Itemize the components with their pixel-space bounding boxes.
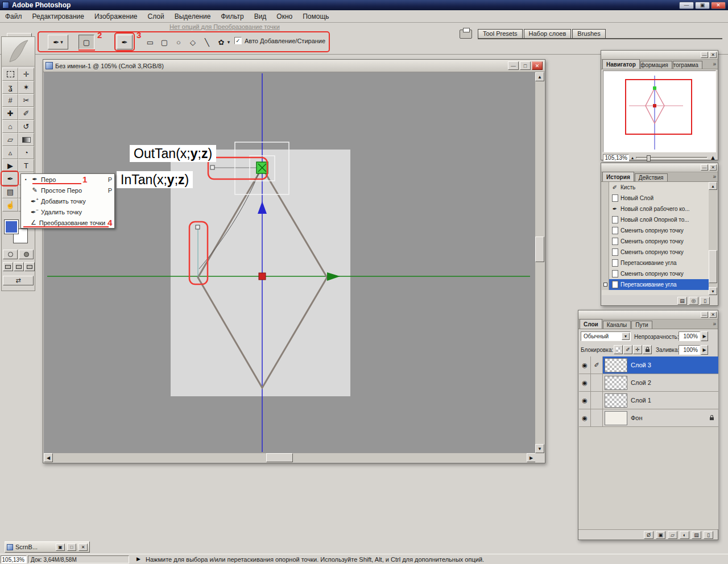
new-snapshot-button[interactable]: ◎ bbox=[689, 297, 698, 305]
tab-actions[interactable]: Действия bbox=[635, 173, 668, 181]
history-titlebar[interactable]: — ✕ bbox=[601, 163, 718, 172]
close-window-button[interactable]: ✕ bbox=[711, 2, 726, 9]
palette-menu-button[interactable]: » bbox=[713, 61, 716, 67]
toolbox-grip[interactable] bbox=[2, 37, 35, 67]
menu-filter[interactable]: Фильтр bbox=[216, 11, 249, 22]
palette-menu-button[interactable]: » bbox=[713, 321, 716, 327]
edit-in-imageready-button[interactable]: ⇄ bbox=[3, 276, 34, 285]
maximize-button[interactable]: □ bbox=[67, 544, 76, 551]
scroll-down-button[interactable]: ▼ bbox=[535, 444, 544, 453]
panel-close-button[interactable]: ✕ bbox=[709, 52, 717, 58]
horizontal-scroll-thumb[interactable] bbox=[266, 453, 293, 462]
magic-wand-tool[interactable]: ✶ bbox=[18, 81, 34, 94]
slice-tool[interactable]: ✂ bbox=[18, 94, 34, 107]
menu-help[interactable]: Помощь bbox=[297, 11, 334, 22]
standard-screen-button[interactable] bbox=[3, 262, 13, 271]
scroll-right-button[interactable]: ▶ bbox=[527, 453, 536, 462]
doc-horizontal-scrollbar[interactable]: ◀ ▶ bbox=[44, 453, 536, 462]
layer-row[interactable]: ◉ Слой 1 bbox=[579, 392, 718, 409]
minimized-document-window[interactable]: ScrnB... ▣ □ ✕ bbox=[5, 541, 90, 553]
document-titlebar[interactable]: Без имени-1 @ 105% (Слой 3,RGB/8) — □ ✕ bbox=[43, 60, 545, 72]
opacity-field[interactable]: 100% bbox=[679, 331, 700, 341]
scroll-left-button[interactable]: ◀ bbox=[44, 453, 53, 462]
history-scroll-thumb[interactable] bbox=[709, 250, 717, 283]
center-point[interactable] bbox=[259, 273, 266, 280]
lock-paint-button[interactable]: ✐ bbox=[623, 345, 632, 354]
history-state-row[interactable]: Новый слой Опорной то... bbox=[602, 214, 710, 225]
panel-close-button[interactable]: ✕ bbox=[709, 312, 717, 318]
doc-maximize-button[interactable]: □ bbox=[520, 61, 531, 70]
print-button[interactable] bbox=[460, 30, 472, 39]
history-brush-tool[interactable]: ↺ bbox=[18, 120, 34, 133]
lock-transparency-button[interactable] bbox=[614, 345, 623, 354]
lock-position-button[interactable]: ✛ bbox=[633, 345, 642, 354]
tab-layer-comps[interactable]: Набор слоев bbox=[524, 29, 572, 38]
doc-minimize-button[interactable]: — bbox=[508, 61, 519, 70]
tab-channels[interactable]: Каналы bbox=[603, 321, 631, 329]
history-state-row[interactable]: Перетаскивание угла bbox=[602, 258, 710, 268]
vertical-scroll-thumb[interactable] bbox=[535, 237, 544, 262]
fullscreen-button[interactable] bbox=[24, 262, 35, 271]
menu-item-add-anchor-point-tool[interactable]: ✒+ Добавить точку bbox=[21, 196, 114, 206]
tab-tool-presets[interactable]: Tool Presets bbox=[478, 29, 523, 38]
opacity-slider-arrow[interactable]: ▶ bbox=[701, 331, 708, 341]
menu-image[interactable]: Изображение bbox=[89, 11, 143, 22]
rectangular-marquee-tool[interactable] bbox=[2, 68, 18, 81]
menu-select[interactable]: Выделение bbox=[169, 11, 216, 22]
panel-close-button[interactable]: ✕ bbox=[709, 164, 717, 171]
history-state-row[interactable]: Новый Слой bbox=[602, 193, 710, 204]
panel-minimize-button[interactable]: — bbox=[701, 52, 708, 58]
healing-brush-tool[interactable]: ✚ bbox=[2, 107, 18, 120]
close-button[interactable]: ✕ bbox=[78, 544, 88, 551]
tab-layers[interactable]: Слои bbox=[580, 319, 602, 329]
menu-window[interactable]: Окно bbox=[271, 11, 297, 22]
history-source-cell[interactable] bbox=[602, 268, 609, 279]
delete-layer-button[interactable]: ▯ bbox=[704, 531, 713, 539]
gradient-tool[interactable] bbox=[18, 133, 34, 146]
dodge-tool[interactable]: ◔ bbox=[18, 146, 34, 159]
history-source-cell[interactable] bbox=[602, 182, 609, 193]
tab-histogram[interactable]: Гистограмма bbox=[673, 61, 702, 69]
visibility-toggle[interactable]: ◉ bbox=[579, 374, 591, 391]
link-cell[interactable] bbox=[591, 392, 603, 409]
blend-mode-select[interactable]: Обычный ▾ bbox=[581, 331, 631, 341]
zoom-in-icon[interactable]: ▲ bbox=[710, 154, 716, 161]
history-state-row[interactable]: Сменить опорную точку bbox=[602, 247, 710, 258]
menu-edit[interactable]: Редактирование bbox=[27, 11, 89, 22]
new-document-from-state-button[interactable]: ▤ bbox=[677, 297, 687, 305]
navigator-zoom-field[interactable]: 105,13% bbox=[603, 154, 629, 161]
zoom-out-icon[interactable]: ▴ bbox=[631, 155, 634, 160]
menu-item-delete-anchor-point-tool[interactable]: ✒− Удалить точку bbox=[21, 206, 114, 217]
tab-navigator[interactable]: Навигатор bbox=[602, 59, 640, 69]
lasso-tool[interactable]: ʓ bbox=[2, 81, 18, 94]
fullscreen-menubar-button[interactable] bbox=[14, 262, 24, 271]
new-layer-button[interactable]: ▤ bbox=[692, 531, 701, 539]
quick-mask-mode-button[interactable] bbox=[19, 250, 34, 259]
visibility-toggle[interactable]: ◉ bbox=[579, 409, 591, 426]
menu-item-freeform-pen-tool[interactable]: ✎ Простое Перо P bbox=[21, 185, 114, 196]
menu-layer[interactable]: Слой bbox=[143, 11, 169, 22]
history-scrollbar[interactable]: ▲ ▼ bbox=[709, 182, 717, 295]
scroll-up-button[interactable]: ▲ bbox=[535, 72, 544, 81]
visibility-toggle[interactable]: ◉ bbox=[579, 356, 591, 374]
zoom-slider-thumb[interactable] bbox=[647, 155, 651, 161]
doc-vertical-scrollbar[interactable]: ▲ ▼ bbox=[535, 72, 544, 453]
history-state-row[interactable]: Сменить опорную точку bbox=[602, 236, 710, 247]
layer-thumbnail[interactable] bbox=[605, 358, 627, 372]
fill-field[interactable]: 100% bbox=[679, 345, 700, 355]
notes-tool[interactable]: ▤ bbox=[2, 185, 18, 198]
history-source-cell[interactable] bbox=[602, 258, 609, 268]
delete-state-button[interactable]: ▯ bbox=[700, 297, 710, 305]
fill-slider-arrow[interactable]: ▶ bbox=[701, 345, 708, 355]
menu-file[interactable]: Файл bbox=[0, 11, 27, 22]
history-state-row[interactable]: Сменить опорную точку bbox=[602, 268, 710, 279]
history-state-row[interactable]: Сменить опорную точку bbox=[602, 225, 710, 236]
standard-mode-button[interactable] bbox=[3, 250, 18, 259]
panel-minimize-button[interactable]: — bbox=[701, 164, 708, 171]
tab-paths[interactable]: Пути bbox=[631, 321, 652, 329]
history-state-row-selected[interactable]: Перетаскивание угла bbox=[602, 279, 710, 290]
link-cell[interactable] bbox=[591, 374, 603, 391]
lock-all-button[interactable] bbox=[643, 345, 652, 354]
out-tangent-handle[interactable] bbox=[210, 165, 214, 169]
menu-view[interactable]: Вид bbox=[249, 11, 272, 22]
